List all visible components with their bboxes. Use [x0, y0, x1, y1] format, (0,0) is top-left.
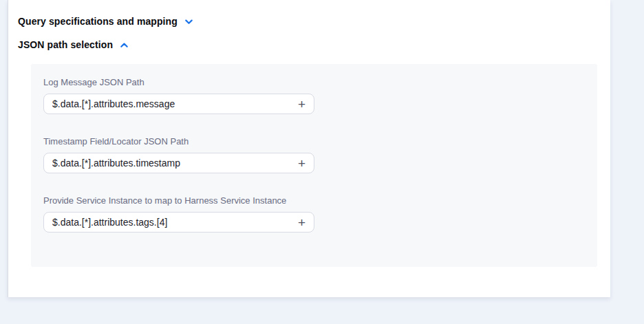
json-path-selection-panel: Log Message JSON Path + Timestamp Field/… [31, 64, 597, 267]
section-toggle-json-path-selection[interactable]: JSON path selection [18, 39, 129, 51]
field-service-instance-json-path: Provide Service Instance to map to Harne… [43, 195, 314, 233]
field-label: Provide Service Instance to map to Harne… [43, 195, 314, 206]
timestamp-json-path-input[interactable] [52, 158, 297, 169]
chevron-up-icon [119, 40, 129, 50]
service-instance-json-path-input-box: + [43, 212, 314, 233]
section-title: Query specifications and mapping [18, 16, 178, 27]
field-label: Log Message JSON Path [43, 77, 314, 87]
section-title: JSON path selection [18, 39, 113, 50]
log-message-json-path-input-box: + [43, 94, 314, 114]
add-expression-button[interactable]: + [297, 98, 307, 111]
add-expression-button[interactable]: + [297, 157, 307, 170]
section-toggle-query-specifications[interactable]: Query specifications and mapping [18, 15, 194, 28]
log-message-json-path-input[interactable] [52, 98, 297, 109]
service-instance-json-path-input[interactable] [52, 217, 297, 228]
chevron-down-icon [184, 17, 194, 27]
add-expression-button[interactable]: + [297, 216, 307, 229]
field-timestamp-json-path: Timestamp Field/Locator JSON Path + [43, 136, 314, 173]
field-label: Timestamp Field/Locator JSON Path [43, 136, 314, 147]
timestamp-json-path-input-box: + [43, 153, 314, 173]
field-log-message-json-path: Log Message JSON Path + [43, 77, 314, 114]
settings-card: Query specifications and mapping JSON pa… [8, 0, 610, 297]
